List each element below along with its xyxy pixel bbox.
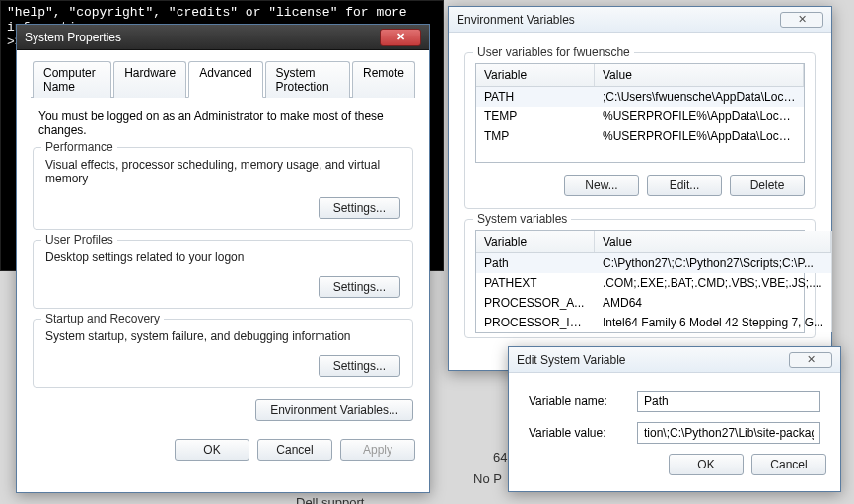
cell-name: TEMP [476, 107, 595, 126]
titlebar[interactable]: Environment Variables ✕ [449, 7, 831, 33]
ok-button[interactable]: OK [175, 439, 249, 461]
list-item[interactable]: PROCESSOR_A... AMD64 [476, 293, 831, 313]
group-user-variables: User variables for fwuensche Variable Va… [464, 52, 816, 209]
titlebar[interactable]: Edit System Variable ✕ [509, 347, 840, 373]
col-header-value[interactable]: Value [595, 64, 804, 86]
edit-system-variable-window: Edit System Variable ✕ Variable name: Va… [508, 346, 841, 492]
variable-value-label: Variable value: [529, 426, 627, 440]
list-item[interactable]: TMP %USERPROFILE%\AppData\Local\Temp [476, 126, 804, 146]
tabs: Computer Name Hardware Advanced System P… [31, 60, 415, 98]
bg-text: Dell support [296, 495, 364, 504]
cell-value: ;C:\Users\fwuensche\AppData\Local\C... [595, 87, 804, 107]
group-desc: Desktop settings related to your logon [45, 251, 400, 264]
environment-variables-button[interactable]: Environment Variables... [255, 399, 413, 421]
list-item[interactable]: PATHEXT .COM;.EXE;.BAT;.CMD;.VBS;.VBE;.J… [476, 273, 831, 293]
list-item[interactable]: PROCESSOR_ID... Intel64 Family 6 Model 4… [476, 313, 831, 332]
cell-name: PATH [476, 87, 595, 107]
bg-text: No P [473, 471, 502, 486]
group-title: User Profiles [41, 233, 117, 247]
close-icon[interactable]: ✕ [780, 12, 823, 28]
group-title: User variables for fwuensche [473, 45, 634, 59]
variable-name-label: Variable name: [529, 395, 627, 408]
cell-name: Path [476, 253, 595, 273]
close-icon[interactable]: ✕ [789, 352, 832, 368]
group-desc: System startup, system failure, and debu… [45, 329, 400, 343]
cell-value: .COM;.EXE;.BAT;.CMD;.VBS;.VBE;.JS;.... [595, 273, 831, 293]
col-header-variable[interactable]: Variable [476, 64, 595, 86]
close-icon[interactable]: ✕ [380, 29, 421, 46]
user-variables-list[interactable]: Variable Value PATH ;C:\Users\fwuensche\… [475, 63, 805, 163]
startup-settings-button[interactable]: Settings... [319, 355, 400, 377]
variable-value-input[interactable] [637, 422, 820, 444]
group-system-variables: System variables Variable Value Path C:\… [464, 219, 816, 338]
cell-name: TMP [476, 126, 595, 146]
cell-name: PATHEXT [476, 273, 595, 293]
tab-system-protection[interactable]: System Protection [265, 61, 350, 98]
group-startup-recovery: Startup and Recovery System startup, sys… [33, 319, 413, 388]
col-header-variable[interactable]: Variable [476, 231, 595, 252]
ok-button[interactable]: OK [669, 454, 744, 475]
group-desc: Visual effects, processor scheduling, me… [45, 158, 400, 185]
environment-variables-window: Environment Variables ✕ User variables f… [448, 6, 832, 371]
group-title: Startup and Recovery [41, 312, 164, 325]
cell-name: PROCESSOR_A... [476, 293, 595, 313]
cell-value: %USERPROFILE%\AppData\Local\Temp [595, 126, 804, 146]
performance-settings-button[interactable]: Settings... [319, 197, 400, 219]
tab-hardware[interactable]: Hardware [113, 61, 186, 98]
cell-value: AMD64 [595, 293, 831, 313]
apply-button[interactable]: Apply [340, 439, 415, 461]
cell-value: %USERPROFILE%\AppData\Local\Temp [595, 107, 804, 126]
group-performance: Performance Visual effects, processor sc… [33, 147, 413, 230]
scrollbar[interactable] [831, 231, 832, 332]
window-title: Environment Variables [457, 13, 575, 27]
col-header-value[interactable]: Value [595, 231, 831, 252]
group-user-profiles: User Profiles Desktop settings related t… [33, 240, 413, 309]
cancel-button[interactable]: Cancel [751, 454, 826, 475]
profiles-settings-button[interactable]: Settings... [319, 276, 400, 298]
titlebar[interactable]: System Properties ✕ [17, 25, 429, 50]
cell-value: Intel64 Family 6 Model 42 Stepping 7, G.… [595, 313, 831, 332]
list-empty-row [476, 146, 804, 162]
user-edit-button[interactable]: Edit... [647, 175, 722, 196]
admin-caption: You must be logged on as an Administrato… [38, 109, 411, 137]
group-title: Performance [41, 140, 117, 154]
cell-name: PROCESSOR_ID... [476, 313, 595, 332]
tab-computer-name[interactable]: Computer Name [33, 61, 111, 98]
cancel-button[interactable]: Cancel [257, 439, 332, 461]
window-title: Edit System Variable [517, 353, 626, 367]
tab-remote[interactable]: Remote [352, 61, 415, 98]
list-item[interactable]: Path C:\Python27\;C:\Python27\Scripts;C:… [476, 253, 831, 273]
window-title: System Properties [25, 31, 121, 44]
group-title: System variables [473, 212, 571, 226]
cell-value: C:\Python27\;C:\Python27\Scripts;C:\P... [595, 253, 831, 273]
variable-name-input[interactable] [637, 391, 820, 412]
system-properties-window: System Properties ✕ Computer Name Hardwa… [16, 24, 430, 493]
user-new-button[interactable]: New... [564, 175, 639, 196]
tab-advanced[interactable]: Advanced [188, 61, 262, 98]
user-delete-button[interactable]: Delete [730, 175, 805, 196]
list-item[interactable]: TEMP %USERPROFILE%\AppData\Local\Temp [476, 107, 804, 126]
system-variables-list[interactable]: Variable Value Path C:\Python27\;C:\Pyth… [475, 230, 805, 333]
list-item[interactable]: PATH ;C:\Users\fwuensche\AppData\Local\C… [476, 87, 804, 107]
